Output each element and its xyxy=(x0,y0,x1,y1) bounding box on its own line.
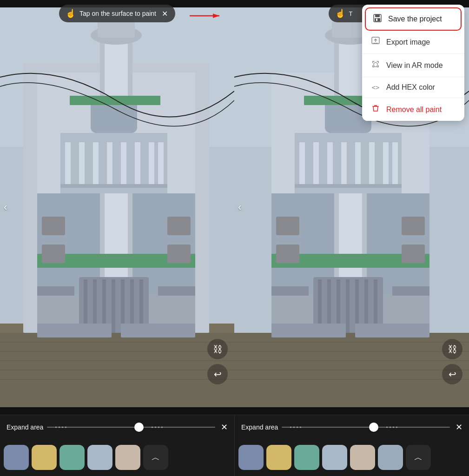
svg-rect-24 xyxy=(107,142,112,184)
expand-label-right: Expand area xyxy=(241,423,278,431)
hand-gesture-icon-right: ☝ xyxy=(335,8,345,19)
svg-rect-21 xyxy=(65,142,71,184)
menu-item-hex[interactable]: <> Add HEX color xyxy=(362,77,464,98)
instruction-text-right: T xyxy=(349,10,353,17)
hand-gesture-icon-left: ☝ xyxy=(66,8,76,19)
chevron-up-icon-right: ︿ xyxy=(414,452,423,463)
svg-rect-23 xyxy=(93,142,99,184)
svg-rect-97 xyxy=(375,14,380,17)
color-palette-row: ︿ ︿ xyxy=(0,439,469,476)
close-topbar-button-left[interactable]: ✕ xyxy=(162,9,168,18)
color-swatch-left-3[interactable] xyxy=(87,445,112,470)
right-panel-back-button[interactable]: ‹ xyxy=(238,201,241,213)
more-colors-button-left[interactable]: ︿ xyxy=(143,445,168,470)
undo-button-right[interactable]: ↩ xyxy=(442,364,462,384)
svg-rect-81 xyxy=(402,217,425,235)
expand-close-left[interactable]: ✕ xyxy=(221,422,228,432)
color-swatch-right-0[interactable] xyxy=(238,445,264,470)
svg-rect-30 xyxy=(70,96,160,105)
menu-item-remove[interactable]: Remove all paint xyxy=(362,98,464,121)
export-icon xyxy=(370,37,381,47)
trash-icon xyxy=(370,104,381,115)
color-swatch-right-1[interactable] xyxy=(266,445,291,470)
expand-area-right: Expand area xyxy=(235,415,469,439)
svg-rect-47 xyxy=(121,324,195,337)
svg-rect-31 xyxy=(42,217,65,235)
save-label: Save the project xyxy=(388,15,442,23)
svg-rect-79 xyxy=(276,217,299,235)
chain-button-left[interactable]: ⛓ xyxy=(207,339,228,359)
svg-rect-71 xyxy=(327,142,333,184)
building-illustration-left xyxy=(0,0,234,415)
left-panel: ‹ ☝ Tap on the surface to paint ✕ ⛓ ↩ xyxy=(0,0,234,415)
svg-rect-88 xyxy=(346,279,350,333)
svg-rect-75 xyxy=(383,142,389,184)
slider-track-left xyxy=(47,427,215,428)
svg-rect-17 xyxy=(98,21,135,38)
color-swatch-left-1[interactable] xyxy=(32,445,57,470)
slider-right[interactable] xyxy=(282,423,450,432)
expand-area-row: Expand area xyxy=(0,415,469,439)
slider-thumb-right[interactable] xyxy=(369,423,378,432)
svg-rect-93 xyxy=(392,286,429,296)
export-label: Export image xyxy=(386,38,430,46)
chain-button-right[interactable]: ⛓ xyxy=(442,339,462,359)
color-palette-left: ︿ xyxy=(0,439,234,476)
hex-icon: <> xyxy=(370,84,381,91)
svg-rect-82 xyxy=(402,245,425,263)
save-icon xyxy=(372,14,383,24)
svg-rect-99 xyxy=(376,19,377,21)
svg-rect-74 xyxy=(369,142,375,184)
svg-rect-46 xyxy=(37,324,112,337)
expand-close-right[interactable]: ✕ xyxy=(456,422,462,432)
svg-rect-28 xyxy=(158,142,164,184)
left-panel-back-button[interactable]: ‹ xyxy=(4,201,7,213)
svg-rect-73 xyxy=(355,142,361,184)
svg-rect-95 xyxy=(355,324,429,337)
menu-item-export[interactable]: Export image xyxy=(362,31,464,54)
svg-rect-69 xyxy=(299,142,305,184)
color-swatch-right-4[interactable] xyxy=(350,445,375,470)
svg-rect-45 xyxy=(158,286,195,296)
menu-item-save[interactable]: Save the project xyxy=(365,7,462,31)
svg-rect-22 xyxy=(79,142,85,184)
svg-rect-27 xyxy=(149,142,154,184)
undo-button-left[interactable]: ↩ xyxy=(207,364,228,384)
color-swatch-left-4[interactable] xyxy=(115,445,140,470)
chevron-up-icon-left: ︿ xyxy=(152,452,160,463)
color-swatch-left-2[interactable] xyxy=(59,445,85,470)
svg-rect-32 xyxy=(42,245,65,263)
expand-area-left: Expand area xyxy=(0,415,234,439)
svg-rect-33 xyxy=(167,217,191,235)
svg-rect-44 xyxy=(37,286,74,296)
color-swatch-right-2[interactable] xyxy=(294,445,319,470)
svg-rect-76 xyxy=(392,142,398,184)
fab-area-right: ⛓ ↩ xyxy=(442,339,462,384)
main-panels: ‹ ☝ Tap on the surface to paint ✕ ⛓ ↩ xyxy=(0,0,469,415)
slider-left[interactable] xyxy=(47,423,215,432)
instruction-text-left: Tap on the surface to paint xyxy=(79,10,156,17)
svg-rect-25 xyxy=(121,142,126,184)
red-arrow-indicator xyxy=(188,7,225,25)
svg-rect-26 xyxy=(135,142,140,184)
menu-item-ar[interactable]: View in AR mode xyxy=(362,54,464,77)
remove-label: Remove all paint xyxy=(386,106,442,114)
more-colors-button-right[interactable]: ︿ xyxy=(406,445,431,470)
svg-rect-68 xyxy=(295,184,402,188)
ar-label: View in AR mode xyxy=(386,61,443,70)
fab-area-left: ⛓ ↩ xyxy=(207,339,228,384)
svg-rect-72 xyxy=(341,142,347,184)
color-palette-right: ︿ xyxy=(235,439,469,476)
left-panel-top-bar: ☝ Tap on the surface to paint ✕ xyxy=(59,5,175,22)
right-panel: ‹ ☝ T Save the project xyxy=(234,0,469,415)
color-swatch-right-3[interactable] xyxy=(322,445,347,470)
bottom-section: Expand area xyxy=(0,415,469,476)
ar-icon xyxy=(370,60,381,71)
hex-label: Add HEX color xyxy=(386,83,435,92)
slider-thumb-left[interactable] xyxy=(134,423,144,432)
svg-rect-40 xyxy=(112,279,115,333)
color-swatch-left-0[interactable] xyxy=(4,445,29,470)
svg-rect-92 xyxy=(271,286,309,296)
color-swatch-right-5[interactable] xyxy=(378,445,403,470)
svg-rect-34 xyxy=(167,245,191,263)
